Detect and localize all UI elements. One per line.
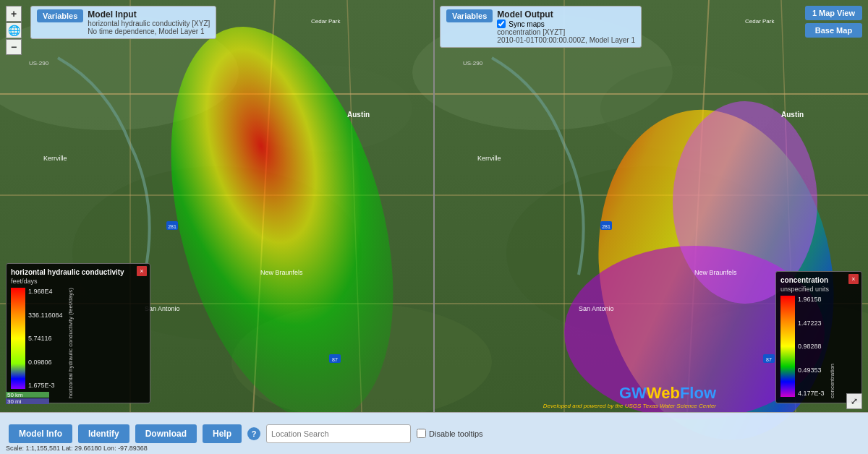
zoom-out-button[interactable]: −: [6, 39, 22, 55]
map-view-button[interactable]: 1 Map View: [805, 6, 862, 20]
right-label-0: 1.96158: [798, 296, 825, 303]
left-label-1: 336.116084: [28, 312, 63, 319]
scale-mi-label: 30 mi: [7, 398, 22, 405]
scale-bar: 50 km 30 mi: [6, 392, 49, 405]
left-legend-close-button[interactable]: ×: [137, 266, 147, 276]
left-legend-panel: × horizontal hydraulic conductivity feet…: [6, 263, 150, 403]
scale-km-box: 50 km: [6, 392, 49, 398]
disable-tooltips-row: Disable tooltips: [417, 429, 483, 438]
left-panel-title: Model Input: [88, 9, 210, 20]
svg-rect-46: [11, 288, 25, 389]
svg-text:281: 281: [168, 224, 176, 229]
svg-text:Austin: Austin: [781, 111, 804, 119]
right-variables-button[interactable]: Variables: [446, 9, 493, 22]
svg-rect-47: [780, 296, 795, 397]
svg-text:87: 87: [332, 357, 338, 362]
right-label-3: 0.49353: [798, 367, 825, 374]
left-legend-labels: 1.968E4 336.116084 5.74116 0.09806 1.675…: [28, 288, 63, 389]
svg-text:US-290: US-290: [463, 60, 483, 67]
left-variable-name: horizontal hydraulic conductivity [XYZ]: [88, 20, 210, 27]
left-legend-content: 1.968E4 336.116084 5.74116 0.09806 1.675…: [11, 288, 145, 398]
left-legend-title: horizontal hydraulic conductivity: [11, 268, 145, 276]
top-right-controls: 1 Map View Base Map: [805, 6, 862, 38]
sync-maps-label: Sync maps: [509, 20, 544, 28]
disable-tooltips-checkbox[interactable]: [417, 429, 426, 438]
right-legend-close-button[interactable]: ×: [848, 274, 859, 284]
scale-km-row: 50 km: [6, 392, 49, 398]
logo-main: GWWebFlow: [543, 384, 716, 403]
right-legend-content: 1.96158 1.47223 0.98288 0.49353 4.177E-3…: [780, 296, 857, 398]
svg-text:San Antonio: San Antonio: [579, 305, 614, 312]
left-panel-header: Variables Model Input horizontal hydraul…: [30, 6, 216, 39]
right-legend-title: concentration: [780, 276, 857, 284]
disable-tooltips-label: Disable tooltips: [429, 429, 483, 438]
right-color-bar: [780, 296, 795, 398]
help-button[interactable]: Help: [203, 424, 242, 443]
left-color-bar: [11, 288, 25, 398]
scale-km-label: 50 km: [7, 392, 23, 398]
svg-text:New Braunfels: New Braunfels: [260, 269, 303, 276]
right-panel-info: Model Output Sync maps concentration [XY…: [497, 9, 635, 44]
right-panel-header: Variables Model Output Sync maps concent…: [440, 6, 642, 48]
zoom-in-button[interactable]: +: [6, 6, 22, 22]
identify-button[interactable]: Identify: [78, 424, 129, 443]
left-variables-button[interactable]: Variables: [37, 9, 83, 22]
right-legend-labels: 1.96158 1.47223 0.98288 0.49353 4.177E-3: [798, 296, 825, 397]
coordinates-display: Scale: 1:1,155,581 Lat: 29.66180 Lon: -9…: [6, 445, 148, 452]
scale-mi-box: 30 mi: [6, 398, 49, 404]
svg-text:US-290: US-290: [29, 60, 49, 67]
model-info-button[interactable]: Model Info: [9, 424, 72, 443]
svg-text:Kerrville: Kerrville: [477, 155, 501, 162]
map-controls-left: + 🌐 −: [6, 6, 22, 55]
logo-area: GWWebFlow Developed and powered by the U…: [543, 384, 716, 409]
left-panel-info: Model Input horizontal hydraulic conduct…: [88, 9, 210, 35]
location-search-input[interactable]: [266, 424, 411, 443]
sync-maps-checkbox[interactable]: [497, 20, 506, 28]
right-legend-units: unspecified units: [780, 286, 857, 293]
right-label-4: 4.177E-3: [798, 390, 825, 397]
right-label-1: 1.47223: [798, 320, 825, 327]
scale-mi-row: 30 mi: [6, 398, 49, 404]
right-panel-title: Model Output: [497, 9, 635, 20]
left-time-info: No time dependence, Model Layer 1: [88, 27, 210, 35]
left-label-2: 5.74116: [28, 335, 63, 342]
sync-row: Sync maps: [497, 20, 635, 28]
left-label-0: 1.968E4: [28, 288, 63, 295]
svg-text:Kerrville: Kerrville: [43, 155, 67, 162]
right-rotated-label: concentration: [829, 296, 835, 398]
svg-text:Cedar Park: Cedar Park: [745, 18, 775, 25]
fullscreen-button[interactable]: ⤢: [846, 393, 862, 409]
globe-button[interactable]: 🌐: [6, 22, 22, 38]
base-map-button[interactable]: Base Map: [805, 23, 862, 38]
left-label-3: 0.09806: [28, 359, 63, 366]
bottom-toolbar: Model Info Identify Download Help ? Disa…: [0, 412, 868, 454]
svg-text:Austin: Austin: [347, 111, 370, 119]
download-button[interactable]: Download: [135, 424, 197, 443]
left-label-4: 1.675E-3: [28, 382, 63, 389]
svg-text:281: 281: [602, 224, 610, 229]
left-legend-units: feet/days: [11, 278, 145, 285]
map-container: Austin Austin New Braunfels New Braunfel…: [0, 0, 868, 454]
info-icon[interactable]: ?: [247, 427, 260, 440]
logo-sub: Developed and powered by the USGS Texas …: [543, 403, 716, 409]
svg-text:87: 87: [766, 357, 772, 362]
left-rotated-label: horizontal hydraulic conductivity (feet/…: [67, 288, 74, 398]
right-legend-panel: × concentration unspecified units: [775, 271, 862, 403]
right-time-info: 2010-01-01T00:00:00.000Z, Model Layer 1: [497, 36, 635, 44]
svg-text:Cedar Park: Cedar Park: [311, 18, 341, 25]
right-label-2: 0.98288: [798, 343, 825, 350]
right-variable-name: concentration [XYZT]: [497, 28, 635, 36]
svg-text:New Braunfels: New Braunfels: [694, 269, 737, 276]
